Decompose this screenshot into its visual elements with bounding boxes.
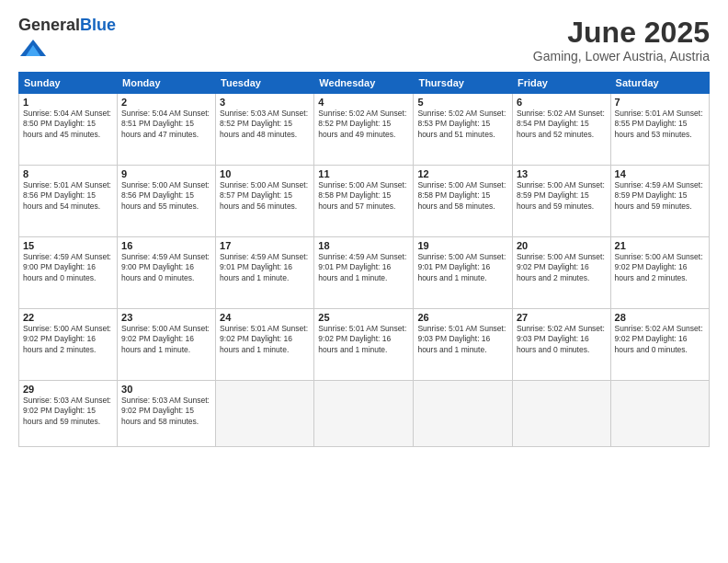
- calendar-cell: 5Sunrise: 5:02 AM Sunset: 8:53 PM Daylig…: [414, 93, 513, 165]
- calendar-cell: 1Sunrise: 5:04 AM Sunset: 8:50 PM Daylig…: [19, 93, 118, 165]
- day-number: 20: [517, 240, 607, 251]
- day-info: Sunrise: 5:04 AM Sunset: 8:51 PM Dayligh…: [121, 109, 211, 140]
- day-number: 28: [615, 312, 705, 323]
- day-number: 13: [517, 168, 607, 179]
- calendar-cell: 24Sunrise: 5:01 AM Sunset: 9:02 PM Dayli…: [216, 308, 314, 380]
- calendar-cell: 15Sunrise: 4:59 AM Sunset: 9:00 PM Dayli…: [19, 236, 118, 308]
- day-number: 9: [121, 168, 211, 179]
- calendar-cell: 27Sunrise: 5:02 AM Sunset: 9:03 PM Dayli…: [512, 308, 610, 380]
- day-number: 16: [121, 240, 211, 251]
- calendar-cell: 14Sunrise: 4:59 AM Sunset: 8:59 PM Dayli…: [610, 165, 709, 236]
- calendar-table: SundayMondayTuesdayWednesdayThursdayFrid…: [18, 72, 710, 447]
- calendar-cell: 17Sunrise: 4:59 AM Sunset: 9:01 PM Dayli…: [216, 236, 314, 308]
- calendar-cell: 2Sunrise: 5:04 AM Sunset: 8:51 PM Daylig…: [118, 93, 216, 165]
- day-info: Sunrise: 4:59 AM Sunset: 9:01 PM Dayligh…: [220, 252, 310, 283]
- calendar-cell: [216, 380, 314, 446]
- day-info: Sunrise: 5:00 AM Sunset: 8:58 PM Dayligh…: [417, 180, 508, 212]
- calendar-cell: 8Sunrise: 5:01 AM Sunset: 8:56 PM Daylig…: [19, 165, 118, 236]
- calendar-cell: 25Sunrise: 5:01 AM Sunset: 9:02 PM Dayli…: [314, 308, 414, 380]
- page-header: GeneralBlue June 2025 Gaming, Lower Aust…: [18, 17, 710, 64]
- day-number: 27: [517, 312, 607, 323]
- day-info: Sunrise: 5:00 AM Sunset: 9:02 PM Dayligh…: [517, 252, 607, 283]
- calendar-cell: 26Sunrise: 5:01 AM Sunset: 9:03 PM Dayli…: [414, 308, 513, 380]
- calendar-cell: 30Sunrise: 5:03 AM Sunset: 9:02 PM Dayli…: [118, 380, 216, 446]
- calendar-cell: 9Sunrise: 5:00 AM Sunset: 8:56 PM Daylig…: [118, 165, 216, 236]
- weekday-header-wednesday: Wednesday: [314, 72, 414, 93]
- calendar-cell: 13Sunrise: 5:00 AM Sunset: 8:59 PM Dayli…: [512, 165, 610, 236]
- day-info: Sunrise: 5:01 AM Sunset: 9:03 PM Dayligh…: [417, 324, 508, 355]
- day-number: 12: [417, 168, 508, 179]
- weekday-header-friday: Friday: [512, 72, 610, 93]
- day-number: 11: [318, 168, 409, 179]
- calendar-cell: 18Sunrise: 4:59 AM Sunset: 9:01 PM Dayli…: [314, 236, 414, 308]
- day-number: 3: [220, 97, 310, 108]
- day-number: 8: [23, 168, 113, 179]
- day-info: Sunrise: 5:02 AM Sunset: 8:54 PM Dayligh…: [517, 109, 607, 140]
- day-number: 21: [615, 240, 705, 251]
- weekday-header-monday: Monday: [118, 72, 216, 93]
- day-info: Sunrise: 5:00 AM Sunset: 8:57 PM Dayligh…: [220, 180, 310, 212]
- day-info: Sunrise: 4:59 AM Sunset: 8:59 PM Dayligh…: [615, 180, 705, 212]
- main-title: June 2025: [533, 17, 710, 49]
- day-number: 5: [417, 97, 508, 108]
- weekday-header-thursday: Thursday: [414, 72, 513, 93]
- calendar-cell: [610, 380, 709, 446]
- calendar-cell: 11Sunrise: 5:00 AM Sunset: 8:58 PM Dayli…: [314, 165, 414, 236]
- day-number: 7: [615, 97, 705, 108]
- day-info: Sunrise: 5:00 AM Sunset: 8:56 PM Dayligh…: [121, 180, 211, 212]
- calendar-cell: [314, 380, 414, 446]
- logo-blue-text: Blue: [80, 16, 116, 34]
- weekday-header-tuesday: Tuesday: [216, 72, 314, 93]
- day-info: Sunrise: 5:02 AM Sunset: 8:53 PM Dayligh…: [417, 109, 508, 140]
- day-number: 15: [23, 240, 113, 251]
- calendar-cell: 6Sunrise: 5:02 AM Sunset: 8:54 PM Daylig…: [512, 93, 610, 165]
- sub-title: Gaming, Lower Austria, Austria: [533, 49, 710, 63]
- day-info: Sunrise: 5:03 AM Sunset: 9:02 PM Dayligh…: [23, 396, 113, 427]
- day-info: Sunrise: 5:02 AM Sunset: 8:52 PM Dayligh…: [318, 109, 409, 140]
- day-number: 6: [517, 97, 607, 108]
- day-number: 23: [121, 312, 211, 323]
- day-number: 4: [318, 97, 409, 108]
- weekday-header-sunday: Sunday: [19, 72, 118, 93]
- day-info: Sunrise: 5:03 AM Sunset: 8:52 PM Dayligh…: [220, 109, 310, 140]
- day-info: Sunrise: 5:03 AM Sunset: 9:02 PM Dayligh…: [121, 396, 211, 427]
- calendar-cell: 29Sunrise: 5:03 AM Sunset: 9:02 PM Dayli…: [19, 380, 118, 446]
- calendar-cell: 28Sunrise: 5:02 AM Sunset: 9:02 PM Dayli…: [610, 308, 709, 380]
- day-info: Sunrise: 5:01 AM Sunset: 9:02 PM Dayligh…: [220, 324, 310, 355]
- day-info: Sunrise: 5:00 AM Sunset: 9:02 PM Dayligh…: [23, 324, 113, 355]
- day-info: Sunrise: 5:01 AM Sunset: 9:02 PM Dayligh…: [318, 324, 409, 355]
- calendar-cell: [414, 380, 513, 446]
- day-number: 2: [121, 97, 211, 108]
- calendar-cell: 3Sunrise: 5:03 AM Sunset: 8:52 PM Daylig…: [216, 93, 314, 165]
- day-number: 26: [417, 312, 508, 323]
- day-number: 1: [23, 97, 113, 108]
- calendar-cell: 10Sunrise: 5:00 AM Sunset: 8:57 PM Dayli…: [216, 165, 314, 236]
- title-block: June 2025 Gaming, Lower Austria, Austria: [533, 17, 710, 63]
- day-info: Sunrise: 5:00 AM Sunset: 9:02 PM Dayligh…: [615, 252, 705, 283]
- logo-general-text: General: [18, 16, 80, 34]
- calendar-cell: [512, 380, 610, 446]
- day-info: Sunrise: 5:00 AM Sunset: 8:59 PM Dayligh…: [517, 180, 607, 212]
- day-number: 25: [318, 312, 409, 323]
- day-info: Sunrise: 5:02 AM Sunset: 9:02 PM Dayligh…: [615, 324, 705, 355]
- day-info: Sunrise: 4:59 AM Sunset: 9:00 PM Dayligh…: [23, 252, 113, 283]
- day-info: Sunrise: 4:59 AM Sunset: 9:01 PM Dayligh…: [318, 252, 409, 283]
- day-number: 17: [220, 240, 310, 251]
- day-info: Sunrise: 5:00 AM Sunset: 9:02 PM Dayligh…: [121, 324, 211, 355]
- logo-icon: [20, 35, 46, 61]
- calendar-cell: 12Sunrise: 5:00 AM Sunset: 8:58 PM Dayli…: [414, 165, 513, 236]
- day-number: 10: [220, 168, 310, 179]
- day-number: 14: [615, 168, 705, 179]
- calendar-cell: 7Sunrise: 5:01 AM Sunset: 8:55 PM Daylig…: [610, 93, 709, 165]
- calendar-cell: 19Sunrise: 5:00 AM Sunset: 9:01 PM Dayli…: [414, 236, 513, 308]
- day-number: 19: [417, 240, 508, 251]
- calendar-cell: 22Sunrise: 5:00 AM Sunset: 9:02 PM Dayli…: [19, 308, 118, 380]
- day-info: Sunrise: 4:59 AM Sunset: 9:00 PM Dayligh…: [121, 252, 211, 283]
- day-number: 30: [121, 384, 211, 395]
- day-info: Sunrise: 5:01 AM Sunset: 8:55 PM Dayligh…: [615, 109, 705, 140]
- calendar-cell: 4Sunrise: 5:02 AM Sunset: 8:52 PM Daylig…: [314, 93, 414, 165]
- calendar-cell: 21Sunrise: 5:00 AM Sunset: 9:02 PM Dayli…: [610, 236, 709, 308]
- logo: GeneralBlue: [18, 17, 116, 64]
- calendar-cell: 16Sunrise: 4:59 AM Sunset: 9:00 PM Dayli…: [118, 236, 216, 308]
- day-number: 24: [220, 312, 310, 323]
